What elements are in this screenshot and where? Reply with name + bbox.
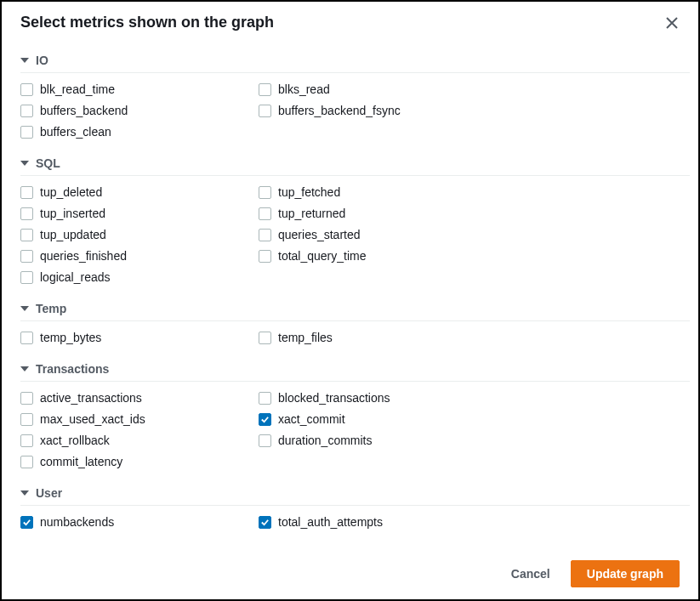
dialog-body[interactable]: IOblk_read_timeblks_readbuffers_backendb… (2, 43, 698, 548)
checkbox-queries-finished[interactable] (20, 250, 33, 263)
checkbox-buffers-clean[interactable] (20, 126, 33, 139)
checkbox-max-used-xact-ids[interactable] (20, 413, 33, 426)
metrics-grid: blk_read_timeblks_readbuffers_backendbuf… (20, 73, 690, 146)
metric-blks-read: blks_read (259, 80, 497, 99)
section-title: Temp (36, 302, 66, 315)
dialog-body-wrap: IOblk_read_timeblks_readbuffers_backendb… (2, 43, 698, 548)
metric-label: xact_rollback (40, 434, 110, 447)
checkbox-tup-deleted[interactable] (20, 186, 33, 199)
checkbox-total-auth-attempts[interactable] (259, 516, 271, 529)
metric-label: buffers_backend_fsync (278, 104, 401, 117)
metric-total-auth-attempts: total_auth_attempts (259, 513, 497, 531)
caret-down-icon (20, 490, 29, 496)
metric-xact-commit: xact_commit (259, 410, 497, 428)
cancel-button[interactable]: Cancel (503, 562, 559, 586)
metric-label: active_transactions (40, 391, 142, 405)
metric-buffers-backend: buffers_backend (20, 101, 259, 120)
section-title: User (36, 486, 62, 500)
metric-label: blk_read_time (40, 82, 115, 96)
metric-label: buffers_backend (40, 104, 128, 117)
metric-xact-rollback: xact_rollback (20, 431, 259, 450)
metric-duration-commits: duration_commits (259, 431, 497, 450)
checkbox-temp-bytes[interactable] (20, 332, 33, 344)
checkbox-blks-read[interactable] (259, 83, 271, 96)
metric-max-used-xact-ids: max_used_xact_ids (20, 410, 259, 428)
checkbox-xact-commit[interactable] (259, 413, 271, 426)
metric-label: duration_commits (278, 434, 373, 447)
section-header-sql[interactable]: SQL (20, 146, 690, 176)
metric-tup-fetched: tup_fetched (259, 183, 497, 201)
metric-label: queries_finished (40, 249, 127, 263)
metrics-grid: numbackendstotal_auth_attempts (20, 506, 690, 536)
caret-down-icon (20, 161, 29, 166)
checkbox-temp-files[interactable] (259, 332, 271, 344)
metric-label: tup_returned (278, 207, 345, 220)
dialog-header: Select metrics shown on the graph (2, 2, 698, 43)
section-header-wal[interactable]: WAL (20, 536, 690, 548)
metric-label: xact_commit (278, 412, 345, 426)
metric-blocked-transactions: blocked_transactions (259, 388, 497, 407)
metric-label: total_auth_attempts (278, 515, 383, 529)
metric-label: queries_started (278, 228, 361, 241)
dialog-title: Select metrics shown on the graph (20, 14, 274, 31)
metric-label: tup_deleted (40, 185, 102, 199)
metric-blk-read-time: blk_read_time (20, 80, 259, 99)
checkbox-tup-fetched[interactable] (259, 186, 271, 199)
checkbox-xact-rollback[interactable] (20, 434, 33, 447)
caret-down-icon (20, 366, 29, 371)
metric-total-query-time: total_query_time (259, 247, 497, 265)
metric-label: blks_read (278, 82, 330, 96)
metric-label: tup_updated (40, 228, 106, 241)
checkbox-total-query-time[interactable] (259, 250, 271, 263)
metric-tup-returned: tup_returned (259, 204, 497, 223)
metric-commit-latency: commit_latency (20, 452, 259, 471)
checkbox-tup-updated[interactable] (20, 229, 33, 241)
metric-tup-updated: tup_updated (20, 225, 259, 244)
metric-label: max_used_xact_ids (40, 412, 145, 426)
checkbox-active-transactions[interactable] (20, 392, 33, 405)
checkbox-blk-read-time[interactable] (20, 83, 33, 96)
section-title: WAL (36, 547, 62, 548)
metric-active-transactions: active_transactions (20, 388, 259, 407)
checkbox-blocked-transactions[interactable] (259, 392, 271, 405)
metric-logical-reads: logical_reads (20, 268, 259, 286)
metric-label: buffers_clean (40, 125, 111, 139)
metric-label: temp_bytes (40, 331, 101, 344)
section-title: Transactions (36, 362, 109, 376)
checkbox-tup-returned[interactable] (259, 207, 271, 220)
checkbox-buffers-backend[interactable] (20, 105, 33, 117)
metric-temp-bytes: temp_bytes (20, 328, 259, 347)
dialog: Select metrics shown on the graph IOblk_… (0, 0, 700, 601)
metrics-grid: active_transactionsblocked_transactionsm… (20, 382, 690, 476)
metric-label: commit_latency (40, 455, 122, 468)
checkbox-logical-reads[interactable] (20, 271, 33, 284)
metric-label: total_query_time (278, 249, 367, 263)
metric-label: temp_files (278, 331, 333, 344)
metric-buffers-backend-fsync: buffers_backend_fsync (259, 101, 497, 120)
checkbox-queries-started[interactable] (259, 229, 271, 241)
caret-down-icon (20, 306, 29, 311)
metrics-grid: tup_deletedtup_fetchedtup_insertedtup_re… (20, 176, 690, 292)
metric-label: tup_inserted (40, 207, 105, 220)
metric-label: numbackends (40, 515, 114, 529)
metric-label: blocked_transactions (278, 391, 390, 405)
dialog-footer: Cancel Update graph (2, 548, 698, 599)
close-icon[interactable] (664, 15, 680, 31)
metric-queries-started: queries_started (259, 225, 497, 244)
checkbox-buffers-backend-fsync[interactable] (259, 105, 271, 117)
section-header-temp[interactable]: Temp (20, 292, 690, 321)
checkbox-commit-latency[interactable] (20, 456, 33, 468)
section-title: SQL (36, 156, 60, 170)
checkbox-numbackends[interactable] (20, 516, 33, 529)
metric-numbackends: numbackends (20, 513, 259, 531)
section-header-user[interactable]: User (20, 476, 690, 506)
checkbox-duration-commits[interactable] (259, 434, 271, 447)
section-header-transactions[interactable]: Transactions (20, 352, 690, 382)
caret-down-icon (20, 58, 29, 63)
update-graph-button[interactable]: Update graph (571, 560, 680, 587)
metrics-grid: temp_bytestemp_files (20, 321, 690, 352)
metric-queries-finished: queries_finished (20, 247, 259, 265)
section-header-io[interactable]: IO (20, 43, 690, 73)
metric-label: logical_reads (40, 270, 111, 284)
checkbox-tup-inserted[interactable] (20, 207, 33, 220)
